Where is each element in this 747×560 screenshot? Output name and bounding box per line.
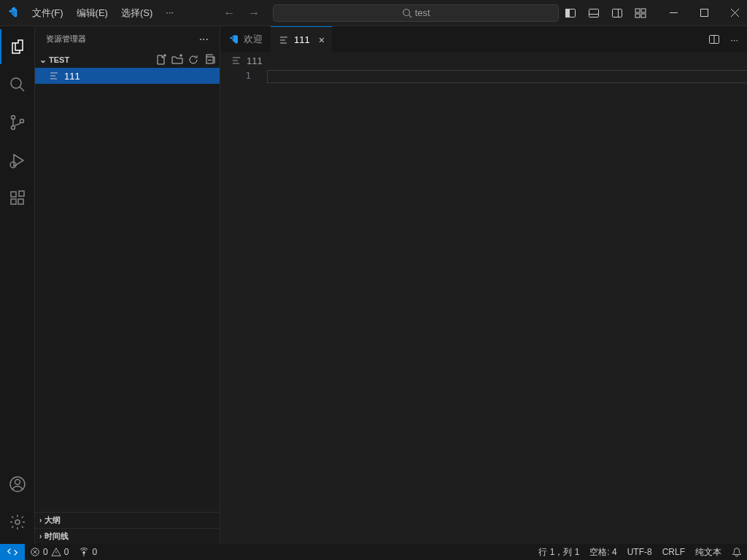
menu-overflow[interactable]: ··· [160,4,179,23]
new-file-icon[interactable] [155,54,167,66]
split-editor-icon[interactable] [708,34,720,45]
window-close-icon[interactable] [722,0,747,26]
svg-point-21 [10,162,16,168]
status-right: 行 1，列 1 空格: 4 UTF-8 CRLF 纯文本 [533,544,747,560]
search-text: test [415,7,430,18]
svg-point-20 [20,120,23,123]
active-line [267,70,747,83]
status-notifications[interactable] [727,544,747,560]
svg-line-1 [409,15,411,18]
editor-tabs: 欢迎 111 × ··· [220,26,747,52]
sidebar-collapsed-sections: ›大纲 ›时间线 [35,512,220,544]
file-row-selected[interactable]: 111 [35,68,220,84]
search-icon [402,8,412,18]
section-timeline[interactable]: ›时间线 [35,528,220,544]
section-outline[interactable]: ›大纲 [35,512,220,528]
broadcast-icon [79,547,89,557]
svg-rect-24 [18,199,23,204]
tabs-more-icon[interactable]: ··· [730,34,738,45]
svg-rect-6 [613,9,622,17]
chevron-right-icon: › [39,516,42,524]
window-maximize-icon[interactable] [692,0,716,26]
menu-file[interactable]: 文件(F) [26,4,69,23]
editor-area: 欢迎 111 × ··· 111 1 [220,26,747,544]
status-eol[interactable]: CRLF [657,544,690,560]
activity-explorer[interactable] [0,29,35,64]
remote-icon [7,547,18,557]
toggle-panel-icon[interactable] [588,7,600,19]
tab-close-icon[interactable]: × [319,34,325,46]
section-label: 时间线 [44,531,69,542]
editor-content[interactable] [267,69,747,544]
warning-icon [51,547,61,557]
activity-bar [0,26,35,544]
refresh-icon[interactable] [187,54,199,66]
status-ports[interactable]: 0 [74,544,102,560]
svg-rect-13 [700,9,708,17]
ports-count: 0 [92,547,97,557]
line-number: 1 [220,70,251,81]
menu-bar: 文件(F) 编辑(E) 选择(S) ··· [26,4,179,23]
svg-rect-8 [635,9,640,12]
svg-point-19 [11,126,15,130]
chevron-right-icon: › [39,532,42,540]
status-problems[interactable]: 0 0 [25,544,74,560]
svg-rect-11 [641,14,646,18]
folder-header[interactable]: ⌄ TEST [35,52,220,68]
nav-history: ← → [223,7,260,20]
status-encoding[interactable]: UTF-8 [622,544,657,560]
activity-extensions[interactable] [0,181,35,216]
section-label: 大纲 [44,515,61,526]
window-minimize-icon[interactable] [661,0,686,26]
activity-source-control[interactable] [0,105,35,140]
remote-indicator[interactable] [0,544,25,560]
svg-rect-25 [19,191,24,196]
svg-point-0 [403,9,409,15]
status-cursor[interactable]: 行 1，列 1 [533,544,584,560]
command-center-search[interactable]: test [273,4,559,22]
titlebar: 文件(F) 编辑(E) 选择(S) ··· ← → test [0,0,747,26]
nav-back-icon[interactable]: ← [223,7,235,20]
menu-edit[interactable]: 编辑(E) [71,4,114,23]
new-folder-icon[interactable] [171,54,183,66]
tab-file-active[interactable]: 111 × [271,26,333,52]
tab-label: 111 [294,34,310,45]
nav-forward-icon[interactable]: → [248,7,260,20]
status-language[interactable]: 纯文本 [690,544,727,560]
svg-rect-22 [11,192,16,197]
file-text-icon [231,55,242,66]
tab-welcome[interactable]: 欢迎 [220,26,271,52]
activity-debug[interactable] [0,143,35,178]
editor-body: 1 [220,69,747,544]
sidebar-more-icon[interactable]: ··· [199,33,209,46]
collapse-all-icon[interactable] [204,54,215,66]
status-indent[interactable]: 空格: 4 [584,544,622,560]
tabs-actions: ··· [708,26,747,52]
svg-point-16 [11,78,21,88]
svg-rect-23 [11,199,16,204]
warning-count: 0 [64,547,69,557]
tab-label: 欢迎 [244,33,263,46]
svg-rect-10 [635,14,640,18]
status-bar: 0 0 0 行 1，列 1 空格: 4 UTF-8 CRLF 纯文本 [0,544,747,560]
explorer-sidebar: 资源管理器 ··· ⌄ TEST 111 ›大纲 ›时间线 [35,26,220,544]
line-gutter: 1 [220,69,267,544]
error-icon [30,547,40,557]
svg-rect-3 [566,9,570,17]
menu-selection[interactable]: 选择(S) [115,4,158,23]
svg-rect-4 [589,9,599,17]
activity-search[interactable] [0,67,35,102]
sidebar-header: 资源管理器 ··· [35,26,220,52]
svg-point-18 [11,116,15,120]
error-count: 0 [43,547,48,557]
customize-layout-icon[interactable] [635,7,646,19]
activity-accounts[interactable] [0,467,35,502]
layout-controls [565,7,655,19]
main-workbench: 资源管理器 ··· ⌄ TEST 111 ›大纲 ›时间线 欢迎 [0,26,747,544]
svg-point-27 [15,480,20,485]
activity-settings[interactable] [0,505,35,540]
svg-rect-9 [641,9,646,12]
toggle-secondary-sidebar-icon[interactable] [611,7,623,19]
breadcrumb[interactable]: 111 [220,52,747,69]
toggle-primary-sidebar-icon[interactable] [565,7,576,19]
